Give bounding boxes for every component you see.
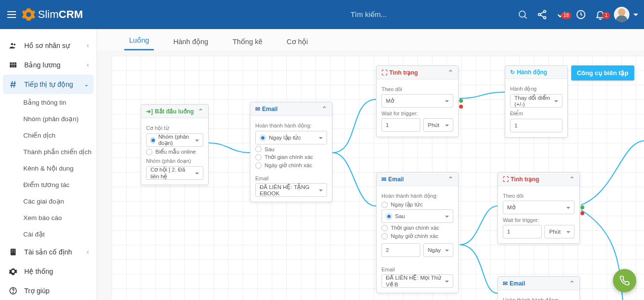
- table-icon: [8, 61, 18, 69]
- svg-rect-13: [10, 63, 17, 68]
- sidebar-item-system[interactable]: Hệ thống: [0, 262, 97, 281]
- points-input[interactable]: [510, 119, 562, 132]
- email-select[interactable]: ĐÃ LIÊN HỆ: TẶNG EBOOK: [255, 183, 327, 197]
- building-icon: [8, 248, 18, 256]
- sidebar-item-marketing[interactable]: Tiếp thị tự động⌄: [3, 75, 94, 94]
- sidebar-sub-channels[interactable]: Kênh & Nội dung: [0, 160, 97, 176]
- node-status-2[interactable]: ⛶Tình trạng⌃ Theo dõi Mở Wait for trigge…: [497, 172, 580, 244]
- sidebar-item-assets[interactable]: Tài sản cố định‹: [0, 242, 97, 262]
- gear-icon: [8, 267, 18, 276]
- radio-after[interactable]: Sau: [255, 146, 327, 152]
- tab-stats[interactable]: Thống kê: [228, 38, 267, 50]
- sidebar-label: Hệ thống: [24, 268, 53, 275]
- sidebar-label: Tài sản cố định: [24, 248, 72, 256]
- svg-point-12: [14, 44, 16, 46]
- sidebar-label: Trợ giúp: [24, 287, 50, 295]
- follow-select[interactable]: Mở: [503, 201, 575, 214]
- collapse-icon[interactable]: ⌃: [569, 175, 575, 183]
- node-email-1[interactable]: ✉Email⌃ Hoàn thành hành động: Ngay lập t…: [250, 102, 332, 202]
- svg-line-9: [540, 15, 544, 17]
- radio-form[interactable]: Biểu mẫu online: [146, 148, 203, 155]
- svg-point-11: [11, 43, 14, 46]
- tab-actions[interactable]: Hành động: [168, 38, 213, 50]
- sidebar-item-hr[interactable]: Hồ sơ nhân sự‹: [0, 36, 97, 55]
- node-start[interactable]: ➜]Bắt đầu luồng⌃ Cơ hội từ Nhóm (phân đo…: [141, 104, 209, 185]
- search-placeholder[interactable]: Tìm kiếm...: [350, 10, 387, 19]
- tab-opportunity[interactable]: Cơ hội: [282, 38, 313, 50]
- node-title: Bắt đầu luồng: [155, 108, 198, 115]
- wait-number-input[interactable]: [503, 225, 542, 238]
- radio-immediate[interactable]: Ngay lập tức: [255, 131, 327, 144]
- help-icon: [8, 286, 18, 295]
- share-icon[interactable]: [532, 9, 552, 20]
- flow-canvas[interactable]: Công cụ biên tập ➜]Bắt đầu luồng⌃ Cơ hội…: [112, 56, 644, 300]
- user-menu-caret[interactable]: [633, 14, 638, 16]
- node-title: Email: [262, 106, 322, 112]
- users-icon: [8, 41, 18, 50]
- field-label: Hoàn thành hành động:: [255, 123, 327, 129]
- node-title: Email: [510, 280, 569, 287]
- action-select[interactable]: Thay đổi điểm (+/-): [510, 94, 562, 108]
- node-action[interactable]: ↻Hành động Hành động Thay đổi điểm (+/-)…: [505, 65, 568, 138]
- hash-icon: [8, 80, 18, 89]
- svg-rect-23: [14, 250, 15, 251]
- radio-exact-datetime[interactable]: Ngày giờ chính xác: [381, 233, 453, 239]
- chevron-left-icon: ‹: [87, 42, 89, 49]
- svg-point-27: [13, 292, 13, 293]
- sidebar-sub-reports[interactable]: Xem báo cáo: [0, 209, 97, 226]
- radio-exact-datetime[interactable]: Ngày giờ chính xác: [255, 162, 327, 169]
- node-email-3[interactable]: ✉Email⌃ Hoàn thành hành động:: [497, 276, 580, 300]
- sidebar-label: Tiếp thị tự động: [24, 80, 73, 88]
- svg-rect-25: [14, 252, 15, 253]
- radio-after[interactable]: Sau: [381, 209, 453, 223]
- sidebar-sub-components[interactable]: Thành phần chiến dịch: [0, 143, 97, 160]
- brand-text-1: Slim: [38, 8, 59, 21]
- phone-fab[interactable]: [613, 269, 636, 292]
- sidebar-item-help[interactable]: Trợ giúp: [0, 281, 97, 300]
- follow-select[interactable]: Mở: [381, 94, 453, 108]
- brand-logo[interactable]: SlimCRM: [21, 7, 83, 22]
- sidebar-sub-campaign[interactable]: Chiến dịch: [0, 127, 97, 143]
- collapse-icon[interactable]: ⌃: [448, 175, 453, 183]
- radio-group[interactable]: Nhóm (phân đoạn): [146, 133, 203, 147]
- collapse-icon[interactable]: ⌃: [569, 280, 575, 287]
- collapse-icon[interactable]: ⌃: [448, 69, 453, 76]
- wait-unit-select[interactable]: Phút: [423, 118, 453, 132]
- clock-icon[interactable]: [571, 9, 591, 20]
- hamburger-icon[interactable]: [6, 9, 17, 20]
- checks-icon[interactable]: 18: [552, 9, 571, 20]
- sidebar-sub-stages[interactable]: Các giai đoạn: [0, 193, 97, 209]
- radio-exact-time[interactable]: Thời gian chính xác: [255, 154, 327, 160]
- email-select[interactable]: ĐÃ LIÊN HỆ: Mọi Thứ Về B: [381, 274, 453, 288]
- tab-flow[interactable]: Luồng: [124, 36, 154, 50]
- sidebar-label: Hồ sơ nhân sự: [24, 42, 70, 49]
- bell-icon[interactable]: 1: [591, 9, 610, 20]
- node-email-2[interactable]: ✉Email⌃ Hoàn thành hành động: Ngay lập t…: [376, 172, 459, 293]
- avatar[interactable]: [614, 7, 629, 22]
- sidebar-sub-points[interactable]: Điểm tương tác: [0, 176, 97, 193]
- status-icon: ⛶: [381, 69, 387, 76]
- wait-unit-select[interactable]: Phút: [545, 225, 575, 238]
- collapse-icon[interactable]: ⌃: [198, 108, 203, 115]
- sync-icon: ↻: [510, 69, 515, 76]
- field-label: Theo dõi: [381, 86, 453, 92]
- sidebar-sub-group[interactable]: Nhóm (phân đoạn): [0, 111, 97, 127]
- delay-unit-select[interactable]: Ngày: [423, 243, 453, 257]
- node-status-1[interactable]: ⛶Tình trạng⌃ Theo dõi Mở Wait for trigge…: [376, 65, 459, 137]
- editor-tool-button[interactable]: Công cụ biên tập: [571, 65, 634, 80]
- field-label: Email: [381, 267, 453, 272]
- delay-number-input[interactable]: [381, 243, 420, 257]
- svg-line-4: [525, 16, 527, 18]
- sidebar-item-payroll[interactable]: Bảng lương‹: [0, 55, 97, 75]
- radio-immediate[interactable]: Ngay lập tức: [381, 201, 453, 208]
- collapse-icon[interactable]: ⌃: [322, 105, 327, 112]
- sidebar-sub-settings[interactable]: Cài đặt: [0, 226, 97, 242]
- segment-select[interactable]: Cơ hội [ 2. Đã liên hệ: [146, 166, 203, 180]
- gear-icon: [21, 7, 36, 22]
- app-header: SlimCRM Tìm kiếm... 18 1: [0, 0, 644, 29]
- sidebar-sub-dashboard[interactable]: Bảng thông tin: [0, 94, 97, 111]
- wait-number-input[interactable]: [381, 118, 420, 132]
- radio-exact-time[interactable]: Thời gian chính xác: [381, 224, 453, 231]
- svg-rect-21: [11, 249, 16, 255]
- search-icon[interactable]: [513, 9, 532, 20]
